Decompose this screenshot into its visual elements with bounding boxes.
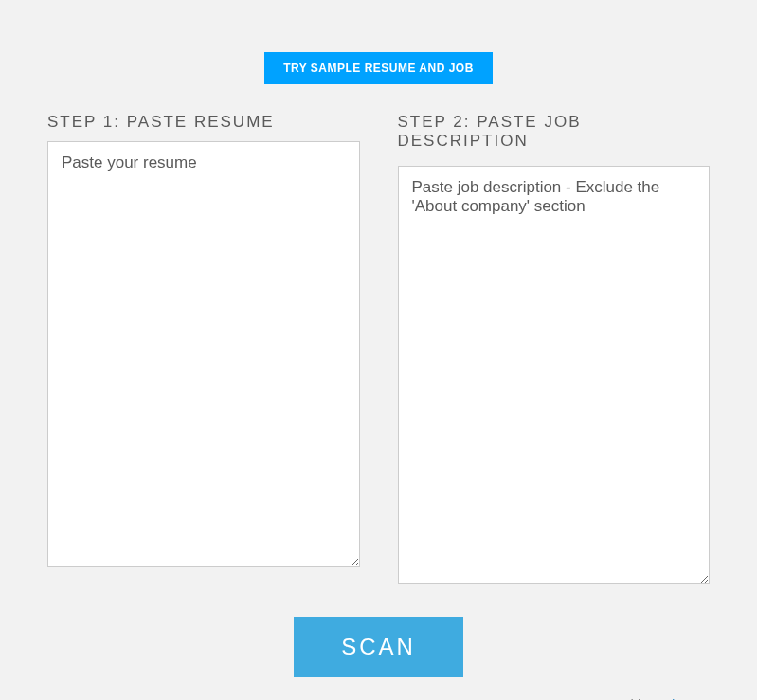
scan-wrap: SCAN (47, 617, 710, 677)
main-container: TRY SAMPLE RESUME AND JOB STEP 1: PASTE … (0, 0, 757, 700)
jobscan-link[interactable]: Jobscan (657, 696, 710, 700)
step2-label: STEP 2: PASTE JOB DESCRIPTION (398, 113, 711, 156)
top-button-wrap: TRY SAMPLE RESUME AND JOB (47, 0, 710, 113)
job-description-textarea[interactable] (398, 166, 711, 584)
job-column: STEP 2: PASTE JOB DESCRIPTION (398, 113, 711, 588)
resume-textarea[interactable] (47, 141, 360, 567)
resume-column: STEP 1: PASTE RESUME (47, 113, 360, 588)
footer: Powered by Jobscan (47, 696, 710, 700)
step1-label: STEP 1: PASTE RESUME (47, 113, 360, 132)
footer-prefix: Powered by (578, 696, 657, 700)
scan-button[interactable]: SCAN (294, 617, 463, 677)
columns: STEP 1: PASTE RESUME STEP 2: PASTE JOB D… (47, 113, 710, 588)
try-sample-button[interactable]: TRY SAMPLE RESUME AND JOB (264, 52, 493, 84)
